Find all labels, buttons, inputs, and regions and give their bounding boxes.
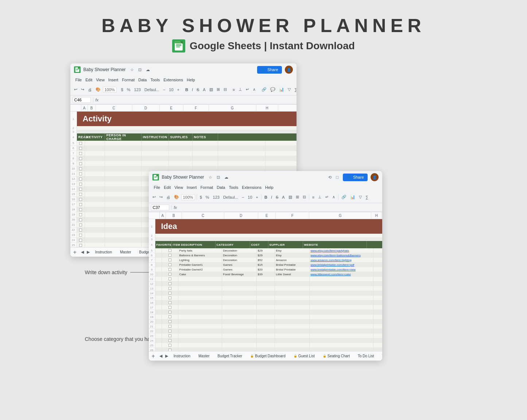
idea-website-6[interactable]: www.etsy.com/item=balloons&Banners <box>310 253 373 257</box>
idea-fav-7[interactable] <box>162 258 178 262</box>
function-btn[interactable]: ∑ <box>293 87 296 93</box>
print-btn[interactable]: 🖨 <box>86 87 93 93</box>
checkbox-cell-12[interactable] <box>77 176 85 181</box>
checkbox-cell-10[interactable] <box>77 166 85 171</box>
idea-fav-20[interactable] <box>162 319 178 324</box>
merge-btn[interactable]: ⊟ <box>222 86 228 93</box>
align-btn[interactable]: ≡ <box>231 87 236 93</box>
idea-website-18[interactable] <box>310 310 373 314</box>
menu-extensions[interactable]: Extensions <box>162 77 185 82</box>
idea-website-16[interactable] <box>310 300 373 305</box>
checkbox-cell-7[interactable] <box>77 151 85 156</box>
idea-website-24[interactable] <box>310 338 373 343</box>
idea-col-c[interactable]: C <box>182 212 225 219</box>
idea-print[interactable]: 🖨 <box>165 194 172 200</box>
checkbox-cell-19[interactable] <box>77 212 85 217</box>
idea-website-22[interactable] <box>310 329 373 333</box>
idea-website-5[interactable]: www.etsy.com/item=partyhats <box>310 248 373 253</box>
cell-reference-input[interactable] <box>73 97 91 103</box>
idea-chart[interactable]: 📊 <box>349 194 357 200</box>
idea-fav-17[interactable] <box>162 305 178 310</box>
paint-btn[interactable]: 🎨 <box>94 86 102 93</box>
checkbox-cell-14[interactable] <box>77 187 85 191</box>
menu-insert[interactable]: Insert <box>107 77 120 82</box>
idea-align[interactable]: ≡ <box>311 194 316 200</box>
filter-btn[interactable]: ▽ <box>286 86 292 93</box>
checkbox-cell-23[interactable] <box>77 233 85 237</box>
tab-nav-right[interactable]: ▶ <box>85 250 91 254</box>
idea-fav-8[interactable] <box>162 262 178 267</box>
idea-redo[interactable]: ↪ <box>158 194 164 200</box>
idea-fill[interactable]: ▧ <box>287 194 294 200</box>
checkbox-cell-24[interactable] <box>77 238 85 242</box>
tab-nav-left[interactable]: ◀ <box>80 250 85 254</box>
redo-btn[interactable]: ↪ <box>80 86 86 93</box>
checkbox-cell-11[interactable] <box>77 171 85 176</box>
strike-btn[interactable]: S <box>195 87 201 93</box>
rotate-btn[interactable]: ∧ <box>251 86 257 93</box>
undo-btn[interactable]: ↩ <box>73 86 79 93</box>
menu-file[interactable]: File <box>74 77 84 82</box>
idea-menu-help[interactable]: Help <box>264 185 275 190</box>
idea-menu-view[interactable]: View <box>173 185 185 190</box>
idea-menu-format[interactable]: Format <box>199 185 214 190</box>
chart-btn[interactable]: 📊 <box>278 86 286 93</box>
idea-fav-6[interactable] <box>162 253 178 257</box>
checkbox-cell-6[interactable] <box>77 146 85 151</box>
checkbox-cell-20[interactable] <box>77 217 85 222</box>
font-name[interactable]: Defaul... <box>143 87 161 93</box>
menu-view[interactable]: View <box>94 77 106 82</box>
idea-menu-tools[interactable]: Tools <box>227 185 240 190</box>
idea-website-8[interactable]: www.bridalprintable.com/item=pdf <box>310 262 373 267</box>
idea-fav-5[interactable] <box>162 248 178 253</box>
idea-valign[interactable]: ⊥ <box>317 194 323 200</box>
idea-tab-seating-chart[interactable]: 🔒Seating Chart <box>319 351 354 361</box>
checkbox-cell-22[interactable] <box>77 228 85 232</box>
idea-percent[interactable]: % <box>204 194 211 200</box>
idea-website-9[interactable]: www.bridalprintable.com/item=new <box>310 267 373 272</box>
idea-fav-13[interactable] <box>162 286 178 291</box>
idea-website-23[interactable] <box>310 334 373 338</box>
idea-merge[interactable]: ⊟ <box>301 194 307 200</box>
color-btn[interactable]: A <box>201 87 207 93</box>
idea-wrap[interactable]: ↵ <box>324 194 330 200</box>
bold-btn[interactable]: B <box>184 87 190 93</box>
idea-add-sheet[interactable]: + <box>149 353 158 359</box>
idea-fav-25[interactable] <box>162 343 178 347</box>
zoom-level[interactable]: 100% <box>103 87 117 93</box>
idea-tab-nav-left[interactable]: ◀ <box>158 354 164 358</box>
menu-edit[interactable]: Edit <box>84 77 94 82</box>
font-size[interactable]: 10 <box>167 87 175 93</box>
idea-fav-22[interactable] <box>162 329 178 333</box>
idea-website-25[interactable] <box>310 343 373 347</box>
idea-menu-extensions[interactable]: Extensions <box>240 185 263 190</box>
idea-fav-19[interactable] <box>162 315 178 319</box>
link-btn[interactable]: 🔗 <box>260 86 268 93</box>
idea-function[interactable]: ∑ <box>364 194 370 200</box>
wrap-btn[interactable]: ↵ <box>244 86 251 93</box>
idea-tab-guest-list[interactable]: 🔒Guest List <box>290 351 319 361</box>
idea-menu-file[interactable]: File <box>152 185 162 190</box>
idea-border[interactable]: ⊞ <box>294 194 301 200</box>
idea-tab-timeline[interactable]: Timeline <box>378 351 382 361</box>
idea-website-17[interactable] <box>310 305 373 310</box>
idea-tab-budget-dashboard[interactable]: 🔒Budget Dashboard <box>246 351 289 361</box>
idea-currency[interactable]: $ <box>198 194 204 200</box>
idea-fav-21[interactable] <box>162 324 178 328</box>
idea-fav-12[interactable] <box>162 281 178 286</box>
idea-font-name[interactable]: Defaul... <box>222 194 240 200</box>
idea-fav-14[interactable] <box>162 291 178 295</box>
idea-font-plus[interactable]: + <box>255 194 260 200</box>
checkbox-cell-9[interactable] <box>77 161 85 166</box>
idea-tab-master[interactable]: Master <box>194 351 214 361</box>
checkbox-cell-15[interactable] <box>77 192 85 197</box>
font-plus[interactable]: + <box>176 87 181 93</box>
idea-website-20[interactable] <box>310 319 373 324</box>
border-btn[interactable]: ⊞ <box>215 86 221 93</box>
idea-color[interactable]: A <box>280 194 286 200</box>
idea-website-13[interactable] <box>310 286 373 291</box>
valign-btn[interactable]: ⊥ <box>237 86 244 93</box>
checkbox-cell-8[interactable] <box>77 156 85 161</box>
font-minus[interactable]: − <box>162 87 167 93</box>
idea-zoom[interactable]: 100% <box>181 194 195 200</box>
